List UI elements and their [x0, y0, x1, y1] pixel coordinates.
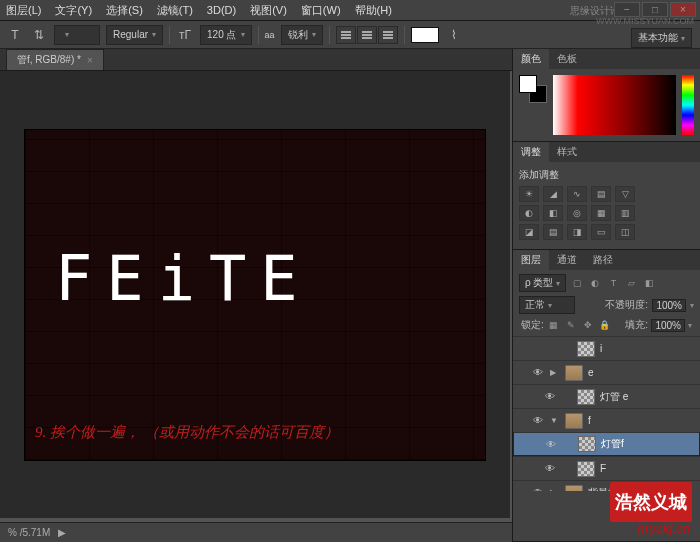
lock-all-icon[interactable]: 🔒: [598, 318, 612, 332]
opacity-chevron-icon[interactable]: ▾: [690, 301, 694, 310]
tab-layers[interactable]: 图层: [513, 250, 549, 270]
menu-view[interactable]: 视图(V): [250, 3, 287, 18]
tab-close-icon[interactable]: ×: [87, 55, 93, 66]
lock-pixels-icon[interactable]: ✎: [564, 318, 578, 332]
fold-icon[interactable]: ▶: [550, 368, 560, 377]
antialias-select[interactable]: 锐利▾: [281, 25, 323, 45]
fold-icon[interactable]: ▶: [550, 488, 560, 491]
status-info: % /5.71M: [8, 527, 50, 538]
tutorial-annotation: 9. 挨个做一遍， （或用动作不会的话可百度）: [35, 423, 339, 442]
status-arrow-icon[interactable]: ▶: [58, 527, 66, 538]
menu-window[interactable]: 窗口(W): [301, 3, 341, 18]
opacity-input[interactable]: 100%: [652, 299, 686, 312]
visibility-toggle-icon[interactable]: 👁: [531, 367, 545, 378]
adj-exposure-icon[interactable]: ▤: [591, 186, 611, 202]
fill-chevron-icon[interactable]: ▾: [688, 321, 692, 330]
align-right-button[interactable]: [378, 26, 398, 44]
menu-filter[interactable]: 滤镜(T): [157, 3, 193, 18]
visibility-toggle-icon[interactable]: 👁: [543, 463, 557, 474]
document-tab[interactable]: 管f, RGB/8#) * ×: [6, 49, 104, 70]
close-button[interactable]: ×: [670, 2, 696, 17]
visibility-toggle-icon[interactable]: 👁: [543, 391, 557, 402]
menu-layer[interactable]: 图层(L): [6, 3, 41, 18]
brand-url: hryckj.cn: [637, 522, 690, 536]
filter-pixel-icon[interactable]: ▢: [570, 276, 584, 290]
adj-brightness-icon[interactable]: ☀: [519, 186, 539, 202]
orientation-icon[interactable]: ⇅: [30, 26, 48, 44]
fill-input[interactable]: 100%: [651, 319, 685, 332]
tab-swatches[interactable]: 色板: [549, 49, 585, 69]
foreground-color[interactable]: [519, 75, 537, 93]
adj-curves-icon[interactable]: ∿: [567, 186, 587, 202]
layer-row[interactable]: 👁▶e: [513, 360, 700, 384]
layer-name: e: [588, 367, 594, 378]
adj-levels-icon[interactable]: ◢: [543, 186, 563, 202]
layer-row[interactable]: i: [513, 336, 700, 360]
layer-thumbnail: [565, 413, 583, 429]
visibility-toggle-icon[interactable]: 👁: [531, 415, 545, 426]
layer-row[interactable]: 👁F: [513, 456, 700, 480]
menu-select[interactable]: 选择(S): [106, 3, 143, 18]
align-left-button[interactable]: [336, 26, 356, 44]
watermark-url: WWW.MISSYUAN.COM: [596, 16, 694, 26]
layer-name: f: [588, 415, 591, 426]
opacity-label: 不透明度:: [605, 298, 648, 312]
fold-icon[interactable]: ▼: [550, 416, 560, 425]
adj-invert-icon[interactable]: ◪: [519, 224, 539, 240]
visibility-toggle-icon[interactable]: 👁: [531, 487, 545, 491]
font-style-select[interactable]: Regular▾: [106, 25, 163, 45]
color-panel: 颜色 色板: [513, 49, 700, 142]
adj-threshold-icon[interactable]: ◨: [567, 224, 587, 240]
lock-position-icon[interactable]: ✥: [581, 318, 595, 332]
adj-photo-filter-icon[interactable]: ◎: [567, 205, 587, 221]
filter-shape-icon[interactable]: ▱: [624, 276, 638, 290]
layer-thumbnail: [578, 436, 596, 452]
adj-lookup-icon[interactable]: ▥: [615, 205, 635, 221]
layer-thumbnail: [577, 341, 595, 357]
brand-badge: 浩然义城: [610, 482, 692, 522]
adj-bw-icon[interactable]: ◧: [543, 205, 563, 221]
menu-text[interactable]: 文字(Y): [55, 3, 92, 18]
menu-3d[interactable]: 3D(D): [207, 4, 236, 16]
layer-row[interactable]: 👁灯管 e: [513, 384, 700, 408]
align-center-button[interactable]: [357, 26, 377, 44]
adj-vibrance-icon[interactable]: ▽: [615, 186, 635, 202]
adjustments-panel: 调整 样式 添加调整 ☀ ◢ ∿ ▤ ▽ ◐ ◧ ◎ ▦ ▥ ◪ ▤ ◨: [513, 142, 700, 250]
color-ramp[interactable]: [553, 75, 676, 135]
adj-hue-icon[interactable]: ◐: [519, 205, 539, 221]
layer-name: 灯管f: [601, 437, 624, 451]
blend-mode-select[interactable]: 正常▾: [519, 296, 575, 314]
workspace-switcher[interactable]: 基本功能 ▾: [631, 28, 692, 48]
menu-help[interactable]: 帮助(H): [355, 3, 392, 18]
layer-list: i👁▶e👁灯管 e👁▼f👁灯管f👁F👁▶背景拷贝组: [513, 336, 700, 491]
hue-bar[interactable]: [682, 75, 694, 135]
layer-row[interactable]: 👁灯管f: [513, 432, 700, 456]
filter-text-icon[interactable]: T: [606, 276, 620, 290]
tab-channels[interactable]: 通道: [549, 250, 585, 270]
visibility-toggle-icon[interactable]: 👁: [544, 439, 558, 450]
layer-row[interactable]: 👁▼f: [513, 408, 700, 432]
warp-text-icon[interactable]: ⌇: [445, 26, 463, 44]
tab-color[interactable]: 颜色: [513, 49, 549, 69]
tab-paths[interactable]: 路径: [585, 250, 621, 270]
text-color-swatch[interactable]: [411, 27, 439, 43]
filter-adj-icon[interactable]: ◐: [588, 276, 602, 290]
text-tool-icon[interactable]: T: [6, 26, 24, 44]
adj-posterize-icon[interactable]: ▤: [543, 224, 563, 240]
options-bar: T ⇅ ▾ Regular▾ тГ 120 点▾ aa 锐利▾ ⌇: [0, 21, 700, 49]
canvas[interactable]: FEiTE 9. 挨个做一遍， （或用动作不会的话可百度）: [25, 130, 485, 460]
lock-transparency-icon[interactable]: ▦: [547, 318, 561, 332]
minimize-button[interactable]: −: [614, 2, 640, 17]
adj-selective-color-icon[interactable]: ◫: [615, 224, 635, 240]
font-family-select[interactable]: ▾: [54, 25, 100, 45]
layer-kind-filter[interactable]: ρ 类型▾: [519, 274, 566, 292]
maximize-button[interactable]: □: [642, 2, 668, 17]
tab-adjustments[interactable]: 调整: [513, 142, 549, 162]
tab-styles[interactable]: 样式: [549, 142, 585, 162]
adj-gradient-map-icon[interactable]: ▭: [591, 224, 611, 240]
fg-bg-swatch[interactable]: [519, 75, 547, 103]
adj-channel-mixer-icon[interactable]: ▦: [591, 205, 611, 221]
layer-name: 灯管 e: [600, 390, 628, 404]
filter-smart-icon[interactable]: ◧: [642, 276, 656, 290]
font-size-select[interactable]: 120 点▾: [200, 25, 251, 45]
